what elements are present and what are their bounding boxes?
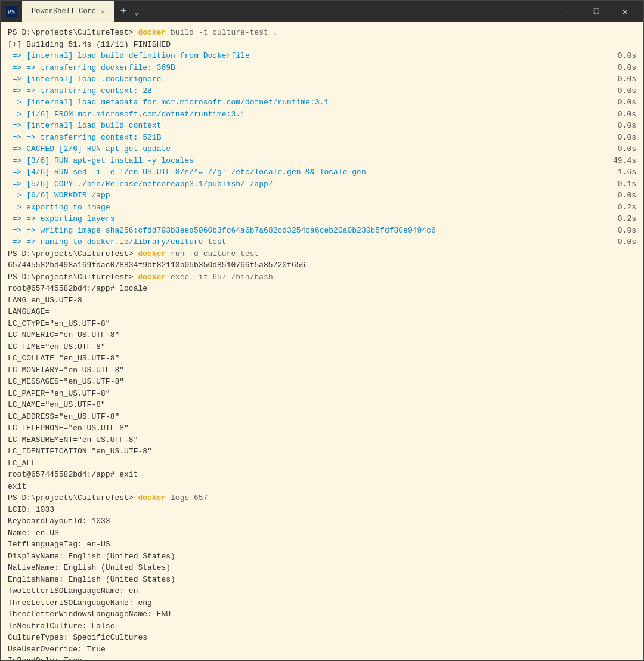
tab-label: PowerShell Core — [32, 7, 96, 16]
line-40: exit — [8, 481, 636, 493]
line-2: [+] Building 51.4s (11/11) FINISHED — [8, 39, 636, 51]
line-48: EnglishName: English (United States) — [8, 574, 636, 586]
line-5: => [internal] load .dockerignore0.0s — [8, 73, 636, 85]
line-37: LC_IDENTIFICATION="en_US.UTF-8" — [8, 446, 636, 458]
line-34: LC_ADDRESS="en_US.UTF-8" — [8, 411, 636, 423]
line-27: LC_NUMERIC="en_US.UTF-8" — [8, 329, 636, 341]
line-30: LC_MONETARY="en_US.UTF-8" — [8, 365, 636, 376]
line-1: PS D:\projects\CultureTest> docker build… — [8, 27, 636, 39]
line-11: => CACHED [2/6] RUN apt-get update0.0s — [8, 143, 636, 155]
line-7: => [internal] load metadata for mcr.micr… — [8, 97, 636, 109]
tab-powershell[interactable]: PowerShell Core ✕ — [22, 1, 114, 22]
line-25: LANGUAGE= — [8, 306, 636, 318]
line-53: CultureTypes: SpecificCultures — [8, 632, 636, 644]
app-icon: PS — [5, 5, 17, 17]
line-55: IsReadOnly: True — [8, 655, 636, 660]
line-3: => [internal] load build definition from… — [8, 50, 636, 62]
line-52: IsNeutralCulture: False — [8, 620, 636, 632]
line-42: LCID: 1033 — [8, 504, 636, 516]
line-6: => => transferring context: 2B0.0s — [8, 85, 636, 97]
line-45: IetfLanguageTag: en-US — [8, 539, 636, 551]
line-36: LC_MEASUREMENT="en_US.UTF-8" — [8, 434, 636, 446]
line-17: => => exporting layers0.2s — [8, 213, 636, 225]
line-47: NativeName: English (United States) — [8, 562, 636, 574]
line-14: => [5/6] COPY ./bin/Release/netcoreapp3.… — [8, 178, 636, 190]
terminal-output[interactable]: PS D:\projects\CultureTest> docker build… — [1, 22, 643, 660]
line-51: ThreeLetterWindowsLanguageName: ENU — [8, 609, 636, 620]
line-38: LC_ALL= — [8, 458, 636, 470]
tab-bar: PowerShell Core ✕ + ⌄ — [22, 1, 141, 22]
line-41: PS D:\projects\CultureTest> docker logs … — [8, 492, 636, 504]
tab-close-button[interactable]: ✕ — [101, 8, 105, 16]
line-4: => => transferring dockerfile: 369B0.0s — [8, 62, 636, 74]
line-49: TwoLetterISOLanguageName: en — [8, 585, 636, 597]
line-16: => exporting to image0.2s — [8, 202, 636, 214]
line-26: LC_CTYPE="en_US.UTF-8" — [8, 318, 636, 330]
line-21: 657445582bd498a169fdac078834f9bf82113b05… — [8, 260, 636, 271]
line-29: LC_COLLATE="en_US.UTF-8" — [8, 353, 636, 365]
line-15: => [6/6] WORKDIR /app0.0s — [8, 190, 636, 202]
line-31: LC_MESSAGES="en_US.UTF-8" — [8, 376, 636, 388]
window-controls: ─ □ ✕ — [554, 1, 639, 22]
line-8: => [1/6] FROM mcr.microsoft.com/dotnet/r… — [8, 109, 636, 121]
titlebar: PS PowerShell Core ✕ + ⌄ ─ □ ✕ — [1, 1, 643, 22]
line-28: LC_TIME="en_US.UTF-8" — [8, 341, 636, 353]
line-12: => [3/6] RUN apt-get install -y locales4… — [8, 155, 636, 167]
tab-scroll-button[interactable]: ⌄ — [131, 7, 141, 17]
maximize-button[interactable]: □ — [583, 1, 610, 22]
line-23: root@657445582bd4:/app# locale — [8, 283, 636, 295]
minimize-button[interactable]: ─ — [554, 1, 581, 22]
line-35: LC_TELEPHONE="en_US.UTF-8" — [8, 422, 636, 434]
close-button[interactable]: ✕ — [611, 1, 639, 22]
line-33: LC_NAME="en_US.UTF-8" — [8, 399, 636, 411]
line-10: => => transferring context: 521B0.0s — [8, 132, 636, 144]
line-54: UseUserOverride: True — [8, 644, 636, 656]
line-50: ThreeLetterISOLanguageName: eng — [8, 597, 636, 609]
line-44: Name: en-US — [8, 527, 636, 539]
svg-text:PS: PS — [7, 8, 15, 16]
line-13: => [4/6] RUN sed -i -e '/en_US.UTF-8/s/^… — [8, 166, 636, 178]
line-18: => => writing image sha256:cfdd793b3eed5… — [8, 225, 636, 237]
line-39: root@657445582bd4:/app# exit — [8, 469, 636, 481]
line-24: LANG=en_US.UTF-8 — [8, 295, 636, 307]
line-20: PS D:\projects\CultureTest> docker run -… — [8, 248, 636, 260]
line-19: => => naming to docker.io/library/cultur… — [8, 236, 636, 248]
line-9: => [internal] load build context0.0s — [8, 120, 636, 132]
new-tab-button[interactable]: + — [116, 5, 132, 17]
line-43: KeyboardLayoutId: 1033 — [8, 515, 636, 527]
line-22: PS D:\projects\CultureTest> docker exec … — [8, 271, 636, 283]
window: PS PowerShell Core ✕ + ⌄ ─ □ ✕ PS D:\pro… — [0, 0, 644, 661]
line-46: DisplayName: English (United States) — [8, 551, 636, 563]
line-32: LC_PAPER="en_US.UTF-8" — [8, 388, 636, 400]
